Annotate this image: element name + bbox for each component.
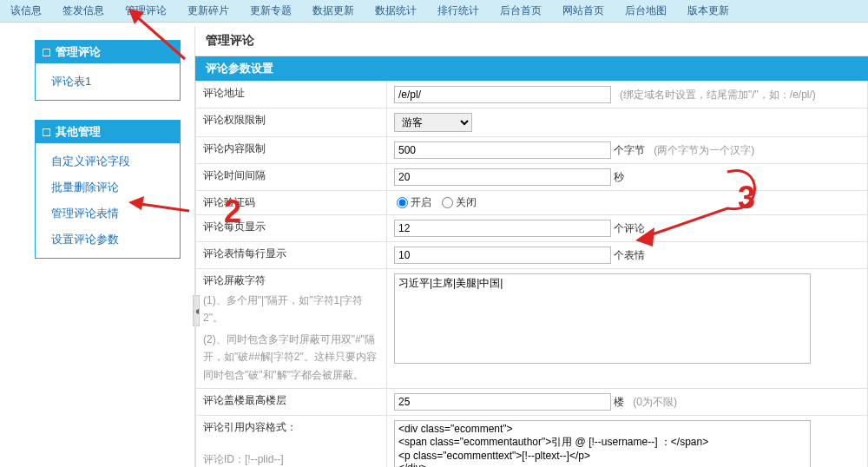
label-address: 评论地址 (196, 82, 387, 109)
sidebar-item[interactable]: 管理评论表情 (36, 201, 180, 227)
unit: 个字节 (614, 144, 645, 156)
label-content: 评论内容限制 (196, 137, 387, 164)
unit: 个表情 (614, 249, 645, 261)
perm-select[interactable]: 游客 (394, 113, 472, 132)
sidebar-item[interactable]: 批量删除评论 (36, 174, 180, 201)
content-input[interactable] (394, 141, 611, 159)
hint: (两个字节为一个汉字) (654, 144, 754, 156)
panel-header: 其他管理 (36, 121, 180, 143)
square-icon (43, 128, 50, 136)
address-input[interactable] (394, 86, 611, 103)
square-icon (43, 49, 50, 56)
radio-label: 关闭 (456, 195, 477, 210)
panel-title: 管理评论 (56, 44, 101, 60)
faceline-input[interactable] (394, 247, 611, 264)
unit: 个评论 (614, 222, 645, 234)
panel-title: 其他管理 (56, 124, 101, 140)
nav-item[interactable]: 排行统计 (427, 3, 490, 18)
sidebar-item[interactable]: 自定义评论字段 (36, 148, 180, 174)
top-nav: 该信息 签发信息 管理评论 更新碎片 更新专题 数据更新 数据统计 排行统计 后… (0, 0, 868, 23)
quote-textarea[interactable]: <div class="ecomment"> <span class="ecom… (394, 420, 811, 467)
block-textarea[interactable]: 习近平|主席|美腿|中国| (394, 273, 811, 364)
label-faceline: 评论表情每行显示 (196, 242, 387, 269)
help-text: (1)、多个用"|"隔开，如"字符1|字符2"。 (203, 288, 379, 327)
page-title: 管理评论 (195, 26, 868, 56)
hint: (0为不限) (633, 396, 677, 408)
nav-item[interactable]: 更新碎片 (177, 3, 240, 18)
main-content: 管理评论 评论参数设置 评论地址 (绑定域名时设置，结尾需加"/"，如：/e/p… (194, 26, 868, 467)
nav-item[interactable]: 网站首页 (552, 3, 615, 18)
sidebar: 管理评论 评论表1 其他管理 自定义评论字段 批量删除评论 管理评论表情 设置评… (35, 40, 181, 278)
help-text: (2)、同时包含多字时屏蔽可用双"#"隔开，如"破##解|字符2"。这样只要内容… (203, 327, 379, 384)
nav-item[interactable]: 该信息 (0, 3, 52, 18)
hint: (绑定域名时设置，结尾需加"/"，如：/e/pl/) (620, 89, 816, 101)
unit: 楼 (614, 396, 624, 408)
help-text: 评论ID：[!--plid--] (203, 435, 379, 467)
panel-comments: 管理评论 评论表1 (35, 40, 181, 101)
perpage-input[interactable] (394, 220, 611, 237)
nav-item[interactable]: 更新专题 (240, 3, 302, 18)
nav-item[interactable]: 签发信息 (52, 3, 115, 18)
floor-input[interactable] (394, 393, 611, 411)
interval-input[interactable] (394, 168, 611, 186)
nav-item[interactable]: 版本更新 (677, 3, 740, 18)
nav-item[interactable]: 数据更新 (302, 3, 365, 18)
panel-header: 管理评论 (36, 41, 180, 63)
nav-item[interactable]: 数据统计 (365, 3, 427, 18)
label-text: 评论屏蔽字符 (203, 273, 379, 288)
label-block: 评论屏蔽字符 (1)、多个用"|"隔开，如"字符1|字符2"。 (2)、同时包含… (196, 269, 387, 389)
section-bar: 评论参数设置 (195, 56, 868, 81)
label-floor: 评论盖楼最高楼层 (196, 388, 387, 415)
label-captcha: 评论验证码 (196, 191, 387, 215)
nav-item[interactable]: 后台地图 (615, 3, 677, 18)
captcha-off-radio[interactable] (442, 197, 453, 208)
sidebar-item[interactable]: 评论表1 (36, 69, 180, 95)
label-quote: 评论引用内容格式： 评论ID：[!--plid--] 发表者：[!--usern… (196, 415, 387, 467)
sidebar-item[interactable]: 设置评论参数 (36, 227, 180, 253)
panel-other: 其他管理 自定义评论字段 批量删除评论 管理评论表情 设置评论参数 (35, 120, 181, 259)
radio-label: 开启 (411, 195, 431, 210)
label-text: 评论引用内容格式： (203, 420, 379, 435)
nav-item[interactable]: 后台首页 (490, 3, 552, 18)
label-perm: 评论权限限制 (196, 109, 387, 137)
settings-table: 评论地址 (绑定域名时设置，结尾需加"/"，如：/e/pl/) 评论权限限制 游… (195, 81, 868, 467)
nav-item[interactable]: 管理评论 (115, 3, 177, 18)
unit: 秒 (614, 171, 624, 183)
label-interval: 评论时间间隔 (196, 164, 387, 191)
label-perpage: 评论每页显示 (196, 215, 387, 242)
captcha-on-radio[interactable] (397, 197, 408, 208)
